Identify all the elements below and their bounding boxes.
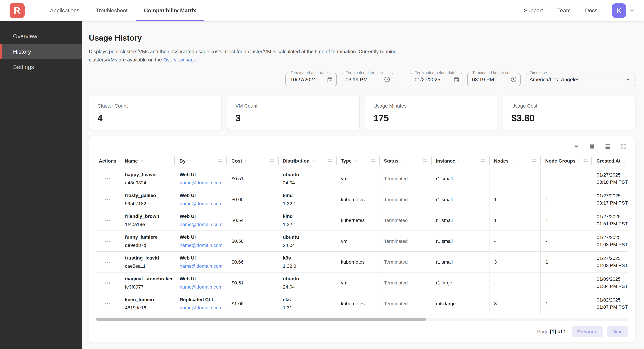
stat-cards: Cluster Count 4 VM Count 3 Usage Minutes… — [89, 96, 636, 130]
row-actions-menu[interactable]: ••• — [105, 197, 111, 202]
column-header-created-at[interactable]: Created At ↓ — [592, 153, 628, 168]
email-link[interactable]: name@domain.com — [180, 284, 222, 290]
sidebar-item-history[interactable]: History — [0, 44, 82, 59]
column-menu-icon[interactable] — [532, 159, 536, 163]
node-groups: 1 — [546, 197, 548, 202]
filter-icon[interactable] — [573, 143, 580, 150]
row-actions-menu[interactable]: ••• — [105, 218, 111, 223]
stat-value: $3.80 — [512, 113, 627, 124]
column-header-status[interactable]: Status ↑↓ — [379, 153, 431, 168]
horizontal-scrollbar-thumb[interactable] — [96, 318, 426, 321]
timezone-value[interactable]: America/Los_Angeles — [530, 77, 580, 82]
row-actions-menu[interactable]: ••• — [105, 239, 111, 244]
cost: $0.51 — [232, 280, 244, 286]
clock-icon[interactable] — [510, 76, 517, 83]
avatar[interactable]: K — [612, 3, 626, 18]
terminated-before-time-value[interactable]: 03:19 PM — [472, 77, 494, 82]
nodes: - — [494, 239, 496, 244]
type: kubernetes — [341, 259, 365, 265]
cluster-id: cae5ea11 — [125, 264, 170, 269]
column-menu-icon[interactable] — [371, 159, 375, 163]
nav-tabs: Applications Troubleshoot Compatibility … — [42, 0, 204, 21]
caret-down-icon[interactable] — [625, 76, 632, 83]
node-groups: 1 — [546, 218, 548, 223]
overview-page-link[interactable]: Overview page — [163, 57, 196, 62]
nav-link-team[interactable]: Team — [557, 7, 571, 14]
next-page-button[interactable]: Next — [607, 326, 628, 337]
terminated-before-time-field[interactable]: Terminated before time 03:19 PM — [467, 73, 520, 86]
created-by: Web UI — [180, 213, 222, 219]
column-header-cost[interactable]: Cost ↑↓ — [227, 153, 278, 168]
sort-desc-icon: ↓ — [623, 158, 626, 164]
column-header-node-groups[interactable]: Node Groups ↑↓ — [540, 153, 592, 168]
created-date: 01/02/2025 — [597, 297, 620, 302]
cost: $1.06 — [232, 301, 244, 307]
stat-value: 3 — [236, 113, 351, 124]
type: kubernetes — [341, 301, 365, 307]
terminated-after-date-field[interactable]: Terminated after date 10/27/2024 — [286, 73, 337, 86]
nav-tab-troubleshoot[interactable]: Troubleshoot — [88, 0, 136, 21]
email-link[interactable]: name@domain.com — [180, 305, 222, 311]
cluster-id: fe3f8977 — [125, 284, 170, 290]
timezone-select[interactable]: Timezone America/Los_Angeles — [525, 73, 636, 86]
distribution-version: 24.04 — [283, 284, 331, 290]
status-badge: Terminated — [384, 176, 408, 182]
calendar-icon[interactable] — [327, 76, 333, 83]
clock-icon[interactable] — [384, 76, 390, 83]
chevron-down-icon[interactable] — [629, 7, 635, 14]
column-header-distribution[interactable]: Distribution ↑↓ — [278, 153, 336, 168]
columns-icon[interactable] — [588, 143, 596, 150]
column-header-by[interactable]: By ↑↓ — [175, 153, 227, 168]
terminated-before-date-value[interactable]: 01/27/2025 — [415, 77, 440, 82]
column-menu-icon[interactable] — [423, 159, 427, 163]
column-header-nodes[interactable]: Nodes ↑↓ — [489, 153, 540, 168]
replicated-logo[interactable]: R — [10, 3, 24, 18]
email-link[interactable]: name@domain.com — [180, 243, 222, 248]
created-time: 01:51 PM PST — [597, 221, 628, 227]
email-link[interactable]: name@domain.com — [180, 201, 222, 206]
column-menu-icon[interactable] — [270, 159, 274, 163]
column-header-name[interactable]: Name ↑↓ — [120, 153, 175, 168]
nav-link-support[interactable]: Support — [524, 7, 543, 14]
column-header-instance[interactable]: Instance ↑↓ — [431, 153, 489, 168]
nodes: 3 — [494, 259, 497, 265]
page-label: Page — [537, 329, 549, 335]
terminated-before-date-field[interactable]: Terminated before date 01/27/2025 — [410, 73, 463, 86]
column-header-type[interactable]: Type ↑↓ — [336, 153, 379, 168]
table-scroll-area: Actions Name ↑↓ By ↑↓ — [96, 153, 628, 314]
column-menu-icon[interactable] — [584, 159, 588, 163]
email-link[interactable]: name@domain.com — [180, 222, 222, 227]
nav-link-docs[interactable]: Docs — [585, 7, 598, 14]
sort-icon: ↑↓ — [244, 158, 247, 163]
row-actions-menu[interactable]: ••• — [105, 260, 111, 265]
type: vm — [341, 280, 347, 286]
instance: r1.small — [436, 259, 453, 265]
description-line1: Displays prior clusters/VMs and their as… — [89, 49, 396, 54]
stat-label: VM Count — [236, 103, 351, 109]
sidebar-item-settings[interactable]: Settings — [0, 59, 82, 75]
nav-tab-applications[interactable]: Applications — [42, 0, 88, 21]
row-actions-menu[interactable]: ••• — [105, 281, 111, 286]
table-row: ••• magical_stonebrakerfe3f8977 Web UIna… — [96, 273, 628, 293]
terminated-after-date-value[interactable]: 10/27/2024 — [290, 77, 316, 82]
column-menu-icon[interactable] — [218, 159, 222, 163]
density-icon[interactable] — [604, 143, 611, 150]
previous-page-button[interactable]: Previous — [572, 326, 603, 337]
row-actions-menu[interactable]: ••• — [105, 301, 111, 307]
fullscreen-icon[interactable] — [620, 143, 627, 150]
column-menu-icon[interactable] — [328, 159, 332, 163]
row-actions-menu[interactable]: ••• — [105, 176, 111, 182]
stat-card-usage-minutes: Usage Minutes 175 — [365, 96, 498, 130]
column-menu-icon[interactable] — [481, 159, 485, 163]
terminated-after-time-value[interactable]: 03:19 PM — [346, 77, 368, 82]
nav-tab-compatibility-matrix[interactable]: Compatibility Matrix — [136, 0, 204, 21]
distribution: ubuntu — [283, 172, 331, 177]
sidebar-item-overview[interactable]: Overview — [0, 29, 82, 44]
status-badge: Terminated — [384, 259, 408, 265]
email-link[interactable]: name@domain.com — [180, 264, 222, 269]
cluster-name: frosty_galileo — [125, 192, 170, 198]
horizontal-scrollbar[interactable] — [96, 318, 628, 321]
email-link[interactable]: name@domain.com — [180, 180, 222, 186]
terminated-after-time-field[interactable]: Terminated after time 03:19 PM — [341, 73, 394, 86]
calendar-icon[interactable] — [453, 76, 460, 83]
